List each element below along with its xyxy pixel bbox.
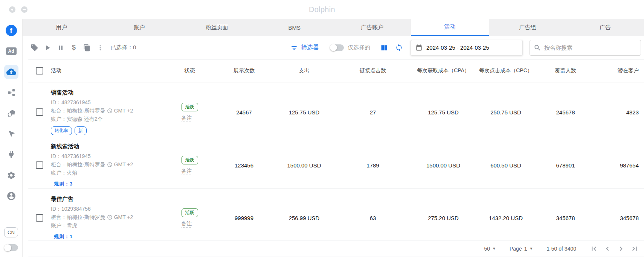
sidebar-item-facebook[interactable]: f xyxy=(4,23,18,38)
sidebar-item-chat[interactable] xyxy=(4,106,18,120)
last-page-button[interactable] xyxy=(630,245,639,253)
column-header-campaign[interactable]: 活动 xyxy=(45,67,164,74)
rules-link[interactable]: 规则：1 xyxy=(54,233,73,240)
first-page-button[interactable] xyxy=(590,245,598,253)
note-link[interactable]: 备注 xyxy=(182,168,192,175)
campaign-tag[interactable]: 转化率 xyxy=(51,126,72,135)
page-value: 1 xyxy=(524,246,527,252)
campaign-tag[interactable]: 新 xyxy=(75,126,87,135)
column-header-reach[interactable]: 覆盖人数 xyxy=(535,67,596,74)
search-icon xyxy=(534,44,541,52)
note-link[interactable]: 备注 xyxy=(182,221,192,228)
pagination-range: 1-50 of 3400 xyxy=(546,246,576,252)
filters-button[interactable]: 筛选器 xyxy=(290,44,319,52)
sidebar-item-automation[interactable] xyxy=(4,85,18,100)
cpa-value: 1500.00 USD xyxy=(410,162,476,169)
sidebar-item-cursor[interactable] xyxy=(4,127,18,141)
facebook-icon: f xyxy=(6,25,17,36)
campaign-name[interactable]: 最佳广告 xyxy=(51,196,164,203)
tab-ad-groups[interactable]: 广告组 xyxy=(489,19,566,36)
ad-badge-icon: Ad xyxy=(6,47,17,55)
start-button[interactable] xyxy=(43,44,52,52)
chevron-left-icon xyxy=(603,245,612,253)
account-more-link[interactable]: 还有2个 xyxy=(84,116,103,122)
copy-icon xyxy=(83,44,91,52)
spend-value: 256.99 USD xyxy=(273,215,336,221)
column-header-impressions[interactable]: 展示次数 xyxy=(215,67,273,74)
tab-ads[interactable]: 广告 xyxy=(566,19,644,36)
sidebar-item-integrations[interactable] xyxy=(4,148,18,162)
gear-icon xyxy=(7,171,16,180)
date-range-picker[interactable]: 2024-03-25 - 2024-03-25 xyxy=(411,40,523,56)
toggle-knob xyxy=(330,44,337,51)
row-checkbox[interactable] xyxy=(36,214,43,222)
copy-button[interactable] xyxy=(83,44,91,52)
last-page-icon xyxy=(630,245,639,253)
tab-ad-accounts[interactable]: 广告账户 xyxy=(333,19,411,36)
sidebar-item-settings[interactable] xyxy=(4,168,18,182)
campaign-counter: 柜台：帕梅拉·斯特罗曼 xyxy=(51,213,105,221)
tab-users[interactable]: 用户 xyxy=(23,19,100,36)
spend-value: 1500.00 USD xyxy=(273,162,336,169)
status-badge: 活跃 xyxy=(182,156,198,164)
status-badge: 活跃 xyxy=(182,103,198,111)
link-clicks-value: 1789 xyxy=(336,162,410,169)
tab-accounts[interactable]: 账户 xyxy=(100,19,178,36)
page-select[interactable]: Page 1 ▼ xyxy=(510,246,533,252)
reach-value: 678901 xyxy=(535,162,596,169)
row-checkbox[interactable] xyxy=(36,161,43,169)
rows-per-page-select[interactable]: 50 ▼ xyxy=(484,246,496,252)
language-button[interactable]: CN xyxy=(4,227,18,237)
row-checkbox[interactable] xyxy=(36,108,43,116)
column-header-cpa[interactable]: 每次获取成本（CPA） xyxy=(410,67,476,74)
more-actions-button[interactable] xyxy=(96,44,104,52)
filter-icon xyxy=(290,44,298,52)
select-all-checkbox[interactable] xyxy=(36,67,43,75)
only-selected-toggle[interactable] xyxy=(330,44,344,51)
sidebar: f Ad CN xyxy=(0,19,23,257)
search-input[interactable] xyxy=(544,44,637,51)
campaign-timezone: GMT +2 xyxy=(114,106,133,115)
refresh-button[interactable] xyxy=(395,44,403,52)
chevron-right-icon xyxy=(617,245,625,253)
spend-value: 125.75 USD xyxy=(273,109,336,116)
column-header-link-clicks[interactable]: 链接点击数 xyxy=(336,67,410,74)
column-header-spend[interactable]: 支出 xyxy=(273,67,336,74)
sidebar-item-uploads[interactable] xyxy=(4,65,18,79)
column-header-cpc[interactable]: 每次点击成本（CPC） xyxy=(476,67,535,74)
tag-icon xyxy=(31,44,38,52)
campaign-name[interactable]: 销售活动 xyxy=(51,89,164,96)
tab-bms[interactable]: BMS xyxy=(256,19,333,36)
chevron-down-icon: ▼ xyxy=(492,246,496,251)
campaign-name[interactable]: 新线索活动 xyxy=(51,143,164,150)
note-link[interactable]: 备注 xyxy=(182,115,192,122)
column-header-status[interactable]: 状态 xyxy=(164,67,215,74)
tab-campaigns[interactable]: 活动 xyxy=(411,19,488,36)
leads-value: 987654 xyxy=(596,162,644,169)
budget-button[interactable]: $ xyxy=(70,44,78,52)
next-page-button[interactable] xyxy=(617,245,625,253)
app-title: Dolphin xyxy=(0,5,644,14)
cpa-value: 275.20 USD xyxy=(410,215,476,221)
pause-button[interactable] xyxy=(56,44,65,52)
clock-icon xyxy=(107,108,113,114)
column-header-leads[interactable]: 潜在客户 xyxy=(596,67,644,74)
impressions-value: 999999 xyxy=(215,215,273,221)
columns-button[interactable] xyxy=(380,44,388,52)
rules-link[interactable]: 规则：3 xyxy=(54,181,73,187)
sidebar-toggle[interactable] xyxy=(5,244,18,251)
previous-page-button[interactable] xyxy=(603,245,612,253)
sidebar-item-account[interactable] xyxy=(4,189,18,203)
tags-button[interactable] xyxy=(30,44,38,52)
selected-count-label: 已选择：0 xyxy=(110,44,136,51)
only-selected-label: 仅选择的 xyxy=(348,44,370,51)
first-page-icon xyxy=(590,245,598,253)
reach-value: 245678 xyxy=(535,109,596,116)
window-titlebar: Dolphin xyxy=(0,0,644,19)
sidebar-item-ads[interactable]: Ad xyxy=(4,44,18,58)
tab-fan-pages[interactable]: 粉丝页面 xyxy=(178,19,256,36)
clock-icon xyxy=(107,162,113,167)
cloud-upload-icon xyxy=(6,67,16,77)
campaign-id: ID：4827361945 xyxy=(51,98,164,106)
reach-value: 345678 xyxy=(535,215,596,221)
